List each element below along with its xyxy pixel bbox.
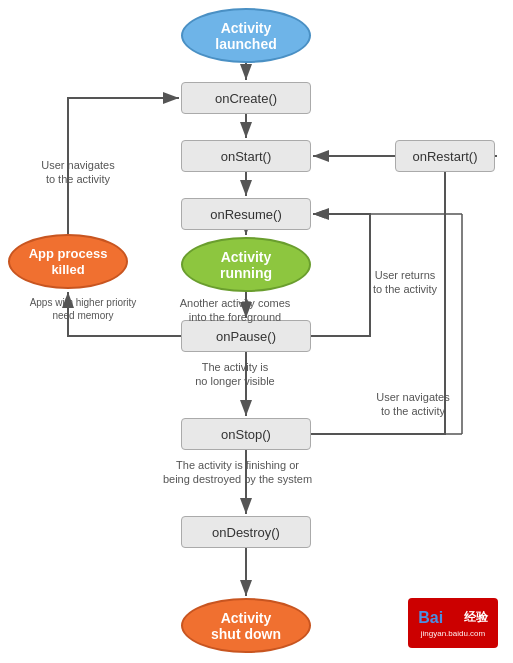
label-user-returns: User returnsto the activity: [355, 268, 455, 297]
activity-lifecycle-diagram: Activitylaunched onCreate() onStart() on…: [0, 0, 513, 663]
app-process-killed-node: App processkilled: [8, 234, 128, 289]
baidu-watermark: Baidu经验 jingyan.baidu.com: [408, 598, 498, 648]
on-pause-label: onPause(): [216, 329, 276, 344]
on-start-label: onStart(): [221, 149, 272, 164]
on-start-node: onStart(): [181, 140, 311, 172]
app-process-killed-label: App processkilled: [25, 242, 112, 281]
on-restart-label: onRestart(): [412, 149, 477, 164]
label-user-nav-bottom: User navigatesto the activity: [358, 390, 468, 419]
on-create-label: onCreate(): [215, 91, 277, 106]
label-no-longer-visible: The activity isno longer visible: [165, 360, 305, 389]
on-resume-label: onResume(): [210, 207, 282, 222]
on-create-node: onCreate(): [181, 82, 311, 114]
activity-launched-node: Activitylaunched: [181, 8, 311, 63]
label-finishing: The activity is finishing orbeing destro…: [155, 458, 320, 487]
on-stop-node: onStop(): [181, 418, 311, 450]
baidu-url: jingyan.baidu.com: [421, 629, 485, 638]
activity-shutdown-label: Activityshut down: [211, 610, 281, 642]
on-restart-node: onRestart(): [395, 140, 495, 172]
label-apps-higher: Apps with higher priorityneed memory: [28, 296, 138, 322]
label-user-navigates-top: User navigatesto the activity: [28, 158, 128, 187]
label-another-activity: Another activity comesinto the foregroun…: [165, 296, 305, 325]
on-pause-node: onPause(): [181, 320, 311, 352]
activity-running-node: Activityrunning: [181, 237, 311, 292]
on-resume-node: onResume(): [181, 198, 311, 230]
activity-shutdown-node: Activityshut down: [181, 598, 311, 653]
on-stop-label: onStop(): [221, 427, 271, 442]
activity-launched-label: Activitylaunched: [215, 20, 276, 52]
baidu-logo-text: Baidu经验: [418, 609, 487, 627]
on-destroy-label: onDestroy(): [212, 525, 280, 540]
activity-running-label: Activityrunning: [220, 249, 272, 281]
on-destroy-node: onDestroy(): [181, 516, 311, 548]
